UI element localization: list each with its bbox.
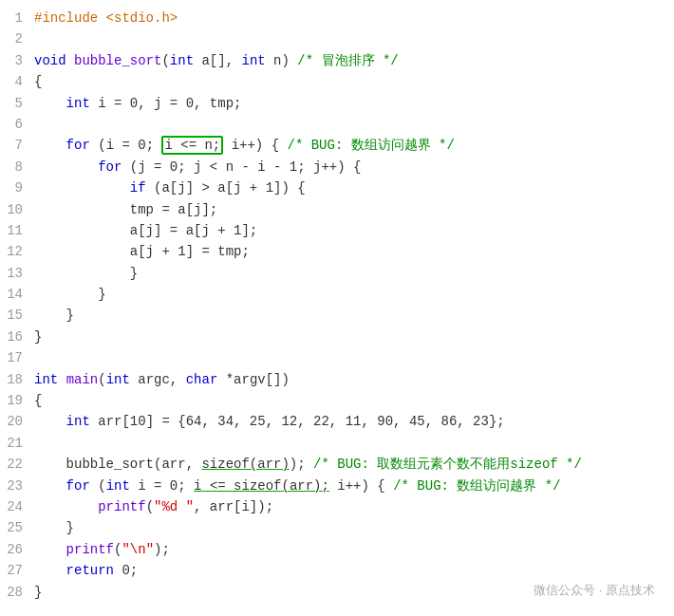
code-line: void bubble_sort(int a[], int n) /* 冒泡排序… xyxy=(34,50,659,71)
code-line: { xyxy=(34,71,659,92)
code-line: a[j] = a[j + 1]; xyxy=(34,220,659,241)
code-line: } xyxy=(34,263,659,284)
line-number: 9 xyxy=(0,177,23,198)
code-line: a[j + 1] = tmp; xyxy=(34,241,659,262)
line-number: 19 xyxy=(0,390,23,411)
line-number: 22 xyxy=(0,454,23,475)
code-line: int arr[10] = {64, 34, 25, 12, 22, 11, 9… xyxy=(34,411,659,432)
code-line xyxy=(34,114,659,135)
code-line: } xyxy=(34,284,659,305)
line-number: 14 xyxy=(0,284,23,305)
code-line: bubble_sort(arr, sizeof(arr)); /* BUG: 取… xyxy=(34,454,659,475)
code-line: for (int i = 0; i <= sizeof(arr); i++) {… xyxy=(34,476,659,496)
code-line: int i = 0, j = 0, tmp; xyxy=(34,93,659,114)
line-numbers: 1234567891011121314151617181920212223242… xyxy=(0,8,34,603)
code-line: } xyxy=(34,327,659,347)
line-number: 24 xyxy=(0,496,23,517)
code-line: a[j] = a[j + 1]; xyxy=(34,220,659,241)
code-line: return 0; xyxy=(34,560,659,581)
code-line: } xyxy=(34,327,659,347)
line-number: 10 xyxy=(0,199,23,220)
code-line: #include <stdio.h> xyxy=(34,8,659,28)
line-number: 2 xyxy=(0,28,23,49)
code-line: int main(int argc, char *argv[]) xyxy=(34,369,659,390)
line-number: 26 xyxy=(0,539,23,560)
line-number: 3 xyxy=(0,50,23,71)
line-number: 15 xyxy=(0,305,23,326)
code-line: #include <stdio.h> xyxy=(34,8,659,28)
code-line: printf("%d ", arr[i]); xyxy=(34,496,659,517)
line-number: 21 xyxy=(0,433,23,454)
line-number: 1 xyxy=(0,8,23,28)
line-number: 8 xyxy=(0,157,23,177)
line-number: 6 xyxy=(0,114,23,135)
line-number: 13 xyxy=(0,263,23,284)
code-line: printf("\n"); xyxy=(34,539,659,560)
watermark: 微信公众号 · 原点技术 xyxy=(534,581,655,601)
code-line: bubble_sort(arr, sizeof(arr)); /* BUG: 取… xyxy=(34,454,659,475)
code-line: { xyxy=(34,390,659,411)
code-window: 1234567891011121314151617181920212223242… xyxy=(0,0,674,616)
code-line xyxy=(34,347,659,368)
code-area: 1234567891011121314151617181920212223242… xyxy=(0,0,674,610)
code-line: } xyxy=(34,284,659,305)
code-line: if (a[j] > a[j + 1]) { xyxy=(34,177,659,198)
code-line: } xyxy=(34,517,659,538)
line-number: 28 xyxy=(0,582,23,603)
code-line: } xyxy=(34,517,659,538)
line-number: 27 xyxy=(0,560,23,581)
code-line: } xyxy=(34,305,659,326)
line-number: 16 xyxy=(0,327,23,347)
code-line: int main(int argc, char *argv[]) xyxy=(34,369,659,390)
code-line: for (j = 0; j < n - i - 1; j++) { xyxy=(34,157,659,177)
code-line: printf("%d ", arr[i]); xyxy=(34,496,659,517)
line-number: 25 xyxy=(0,517,23,538)
code-line: { xyxy=(34,390,659,411)
code-line: { xyxy=(34,71,659,92)
code-line: void bubble_sort(int a[], int n) /* 冒泡排序… xyxy=(34,50,659,71)
line-number: 7 xyxy=(0,135,23,156)
code-line xyxy=(34,28,659,49)
line-number: 20 xyxy=(0,411,23,432)
code-line: tmp = a[j]; xyxy=(34,199,659,220)
line-number: 11 xyxy=(0,220,23,241)
code-line: } xyxy=(34,305,659,326)
code-line xyxy=(34,433,659,454)
code-line: a[j + 1] = tmp; xyxy=(34,241,659,262)
code-line: } xyxy=(34,263,659,284)
line-number: 12 xyxy=(0,241,23,262)
line-number: 18 xyxy=(0,369,23,390)
code-line: for (j = 0; j < n - i - 1; j++) { xyxy=(34,157,659,177)
line-number: 23 xyxy=(0,476,23,496)
code-line: for (i = 0; i <= n; i++) { /* BUG: 数组访问越… xyxy=(34,135,659,156)
code-content: #include <stdio.h> void bubble_sort(int … xyxy=(34,8,674,603)
line-number: 4 xyxy=(0,71,23,92)
code-line: for (int i = 0; i <= sizeof(arr); i++) {… xyxy=(34,476,659,496)
line-number: 5 xyxy=(0,93,23,114)
code-line: return 0; xyxy=(34,560,659,581)
line-number: 17 xyxy=(0,347,23,368)
code-line: int i = 0, j = 0, tmp; xyxy=(34,93,659,114)
code-line: for (i = 0; i <= n; i++) { /* BUG: 数组访问越… xyxy=(34,135,659,156)
code-line: printf("\n"); xyxy=(34,539,659,560)
code-line: int arr[10] = {64, 34, 25, 12, 22, 11, 9… xyxy=(34,411,659,432)
code-line: if (a[j] > a[j + 1]) { xyxy=(34,177,659,198)
code-line: tmp = a[j]; xyxy=(34,199,659,220)
